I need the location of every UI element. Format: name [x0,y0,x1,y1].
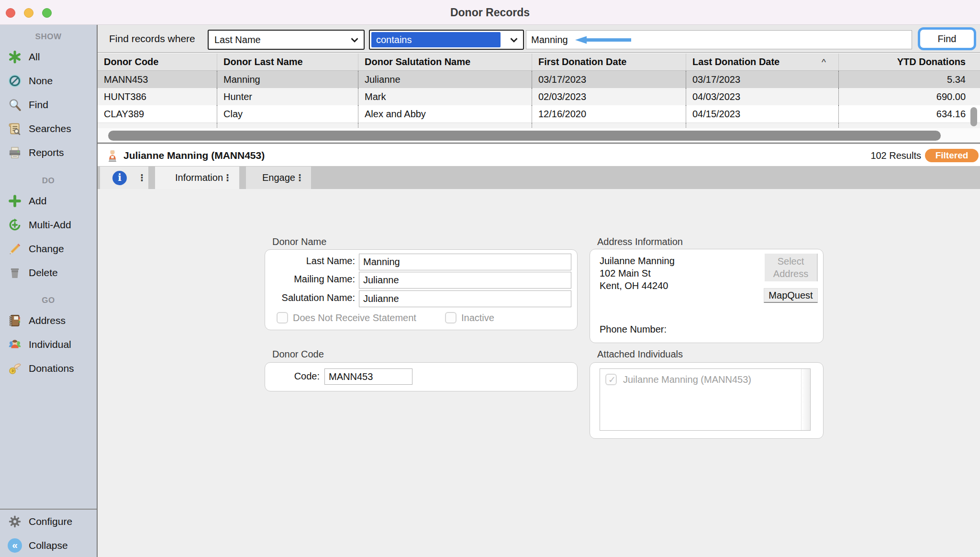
gear-icon [8,514,22,529]
does-not-receive-statement-checkbox[interactable] [277,312,288,323]
tab-overflow-menu-icon[interactable]: ⋮ [137,173,146,182]
search-query-input[interactable] [526,30,912,49]
sidebar-item-donations[interactable]: Donations [0,356,97,380]
address-line: 102 Main St [600,267,757,279]
sidebar-item-label: Find [29,99,48,111]
address-book-icon [8,313,22,328]
address-line: Kent, OH 44240 [600,279,757,292]
table-header-row: Donor Code Donor Last Name Donor Salutat… [98,54,980,71]
sort-ascending-icon: ^ [822,54,826,70]
mailing-name-input[interactable] [359,272,571,289]
column-header-donor-salutation-name[interactable]: Donor Salutation Name [358,54,532,70]
sidebar-item-collapse[interactable]: « Collapse [0,534,97,557]
filtered-badge: Filtered [925,149,979,162]
mapquest-button[interactable]: MapQuest [764,288,818,303]
column-header-first-donation-date[interactable]: First Donation Date [532,54,686,70]
none-circle-slash-icon [8,74,22,88]
last-name-label: Last Name: [264,256,355,267]
attached-individuals-heading: Attached Individuals [597,349,683,360]
table-row[interactable]: HUNT386 Hunter Mark 02/03/2023 04/03/202… [98,88,980,105]
code-label: Code: [268,371,320,382]
printer-icon [8,145,22,160]
sidebar-section-go: GO [0,292,97,309]
collapse-chevrons-icon: « [8,538,22,553]
people-icon [8,337,22,352]
sidebar-item-multi-add[interactable]: Multi-Add [0,213,97,237]
sidebar-item-change[interactable]: Change [0,237,97,261]
column-header-ytd-donations[interactable]: YTD Donations [838,54,980,70]
plus-icon [8,194,22,208]
donor-records-window: Donor Records SHOW All None Find S [0,0,980,557]
sidebar-item-label: All [29,51,40,63]
sidebar-item-label: Collapse [29,540,68,551]
column-header-donor-last-name[interactable]: Donor Last Name [217,54,358,70]
chevron-down-icon [348,33,361,46]
attached-individual-checkbox[interactable]: ✓ [605,374,617,385]
sidebar-item-label: Configure [29,516,72,527]
horizontal-scrollbar-thumb[interactable] [108,131,941,141]
does-not-receive-statement-label: Does Not Receive Statement [293,312,416,323]
sidebar: SHOW All None Find Searches [0,25,98,557]
sidebar-item-label: Add [29,195,46,207]
mailing-name-label: Mailing Name: [264,274,355,285]
field-select-dropdown[interactable]: Last Name [208,30,365,50]
sidebar-item-label: Change [29,243,64,255]
sidebar-item-label: Donations [29,363,74,374]
vertical-scrollbar-thumb[interactable] [970,107,977,126]
sidebar-item-label: None [29,75,53,87]
donor-code-heading: Donor Code [272,349,324,360]
sidebar-item-none[interactable]: None [0,69,97,93]
attached-individual-label: Juilanne Manning (MANN453) [623,373,751,386]
table-row-selected[interactable]: MANN453 Manning Julianne 03/17/2023 03/1… [98,71,980,88]
record-header: Julianne Manning (MANN453) 102 Results F… [98,145,980,167]
sidebar-item-reports[interactable]: Reports [0,141,97,165]
find-button[interactable]: Find [920,30,974,48]
sidebar-item-all[interactable]: All [0,45,97,69]
circular-arrow-plus-icon [8,218,22,232]
address-line: Juilanne Manning [600,255,757,267]
sidebar-item-address[interactable]: Address [0,309,97,333]
address-information-heading: Address Information [597,236,683,247]
sidebar-item-label: Individual [29,339,71,350]
column-header-last-donation-date[interactable]: Last Donation Date ^ [686,54,838,70]
last-name-input[interactable] [359,254,571,270]
sidebar-item-label: Reports [29,147,64,158]
sidebar-item-individual[interactable]: Individual [0,333,97,356]
donor-name-heading: Donor Name [272,236,326,247]
inactive-checkbox[interactable] [445,312,457,323]
list-scrollbar-track [801,369,810,430]
sidebar-item-find[interactable]: Find [0,93,97,117]
address-block: Juilanne Manning 102 Main St Kent, OH 44… [600,255,757,292]
titlebar: Donor Records [0,0,980,25]
sidebar-footer: Configure « Collapse [0,509,97,557]
sidebar-item-add[interactable]: Add [0,189,97,213]
table-row[interactable]: CLAY389 Clay Alex and Abby 12/16/2020 04… [98,105,980,123]
person-at-laptop-icon [105,148,120,163]
salutation-name-input[interactable] [359,290,571,307]
donor-code-input[interactable] [324,368,412,385]
info-icon: i [112,171,127,185]
tab-engage[interactable]: Engage ⋮ [246,167,311,189]
horizontal-scrollbar-track [98,128,980,144]
tab-info[interactable]: i ⋮ [100,167,148,189]
sidebar-section-show: SHOW [0,29,97,45]
operator-select-dropdown[interactable]: contains [369,30,524,50]
hand-coin-icon [8,361,22,376]
operator-selected-highlight: contains [371,32,501,47]
sidebar-item-label: Delete [29,267,58,278]
check-icon: ✓ [606,375,618,386]
tab-overflow-menu-icon[interactable]: ⋮ [295,173,304,182]
sidebar-item-label: Address [29,315,66,326]
tab-information[interactable]: Information ⋮ [155,167,239,189]
chevron-down-icon [508,33,520,46]
sidebar-item-searches[interactable]: Searches [0,117,97,141]
find-records-where-label: Find records where [109,25,195,53]
column-header-donor-code[interactable]: Donor Code [98,54,217,70]
sidebar-item-configure[interactable]: Configure [0,510,97,534]
trash-icon [8,266,22,280]
select-address-button[interactable]: Select Address [765,254,818,281]
asterisk-icon [8,50,22,64]
sidebar-item-delete[interactable]: Delete [0,261,97,285]
sidebar-section-do: DO [0,173,97,189]
tab-overflow-menu-icon[interactable]: ⋮ [223,173,232,182]
